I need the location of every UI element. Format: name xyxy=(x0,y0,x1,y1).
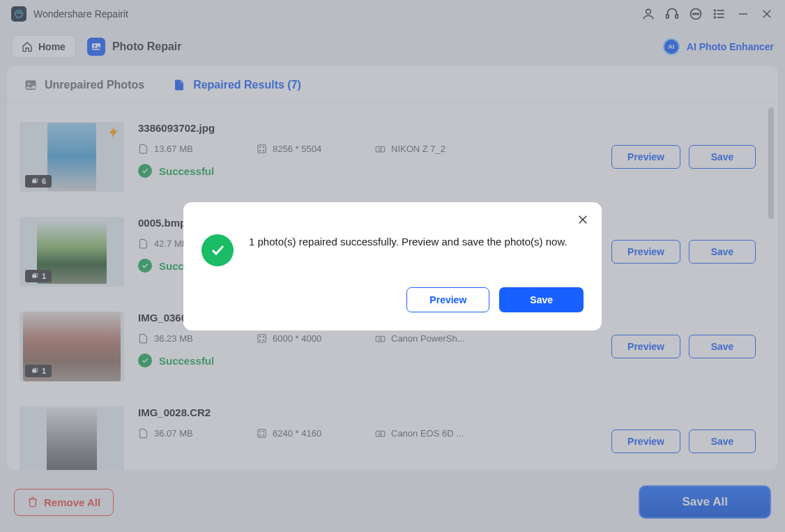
modal-message: 1 photo(s) repaired successfully. Previe… xyxy=(249,234,567,250)
modal-overlay: 1 photo(s) repaired successfully. Previe… xyxy=(0,0,785,532)
modal-preview-button[interactable]: Preview xyxy=(406,287,489,312)
success-check-icon xyxy=(201,234,234,266)
modal-close-button[interactable] xyxy=(575,212,590,227)
success-modal: 1 photo(s) repaired successfully. Previe… xyxy=(183,202,602,330)
modal-save-button[interactable]: Save xyxy=(499,287,584,312)
close-icon xyxy=(577,213,589,226)
